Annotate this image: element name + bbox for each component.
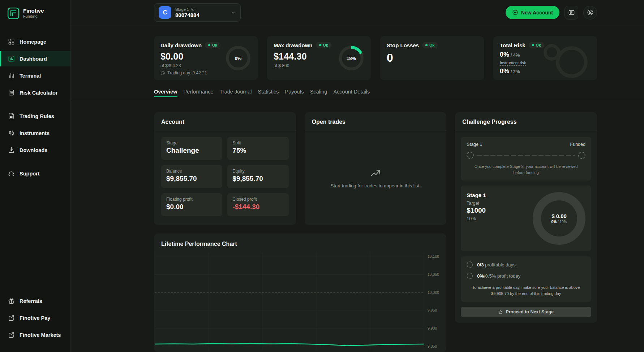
status-dot	[532, 44, 534, 46]
status-badge: Ok	[316, 42, 331, 48]
sidebar-item-finotive-markets[interactable]: Finotive Markets	[0, 327, 70, 343]
stage-target-box: Stage 1 Target $1000 10% $ 0.00 0% / 10%	[461, 186, 591, 251]
sidebar-item-support[interactable]: Support	[0, 166, 70, 181]
instrument-risk-label[interactable]: Instrument risk	[500, 61, 526, 66]
gift-icon	[8, 297, 15, 304]
floating-profit-field: Floating profit $0.00	[161, 193, 222, 216]
equity-field: Equity $9,855.70	[227, 165, 288, 188]
tab-overview[interactable]: Overview	[154, 89, 177, 100]
account-number: 80074884	[175, 12, 199, 18]
finotive-logo-icon	[7, 7, 20, 19]
new-account-button[interactable]: New Account	[506, 6, 559, 19]
sidebar-item-dashboard[interactable]: Dashboard	[0, 51, 70, 66]
stats-row: Daily drawdown Ok $0.00 of $394.23 Tradi…	[154, 36, 597, 80]
tab-payouts[interactable]: Payouts	[285, 89, 304, 100]
split-field: Split 75%	[227, 137, 288, 160]
brand-sub: Funding	[23, 14, 44, 19]
svg-text:10,100: 10,100	[428, 254, 439, 258]
total-risk-card: Total Risk Ok 0% / 4% Instrument risk 0%…	[493, 36, 597, 80]
stop-losses-value: 0	[387, 51, 477, 65]
topbar: C Stage 1 80074884 New Account	[71, 0, 644, 25]
progress-from-label: Stage 1	[467, 142, 482, 147]
user-circle-icon	[587, 9, 594, 16]
dashed-circle-icon	[467, 261, 473, 268]
sidebar-item-terminal[interactable]: Terminal	[0, 68, 70, 83]
plus-circle-icon	[512, 9, 518, 16]
billing-button[interactable]	[564, 6, 578, 19]
sidebar-item-label: Support	[20, 171, 40, 177]
external-link-icon	[8, 331, 15, 338]
sidebar-item-label: Downloads	[20, 147, 47, 153]
tab-performance[interactable]: Performance	[184, 89, 214, 100]
svg-text:10,000: 10,000	[428, 290, 439, 295]
svg-text:9,900: 9,900	[428, 326, 437, 330]
svg-text:10,050: 10,050	[428, 272, 439, 277]
tabs-bar: Overview Performance Trade Journal Stati…	[71, 80, 644, 100]
stat-title: Total Risk	[500, 42, 525, 48]
sidebar-item-risk-calculator[interactable]: Risk Calculator	[0, 85, 70, 100]
performance-line-chart: 9,8509,9009,95010,00010,05010,100	[155, 252, 446, 351]
account-selector[interactable]: C Stage 1 80074884	[154, 3, 241, 22]
status-dot	[425, 44, 428, 46]
clock-icon	[160, 71, 165, 75]
instrument-risk-value: 0% / 2%	[500, 68, 591, 75]
profit-checks-box: 0/3 profitable days 0%/0.5% profit today…	[461, 256, 591, 302]
target-progress-donut: $ 0.00 0% / 10%	[533, 192, 585, 245]
status-dot	[319, 44, 321, 46]
sidebar-item-trading-rules[interactable]: Trading Rules	[0, 108, 70, 124]
sidebar-item-instruments[interactable]: Instruments	[0, 125, 70, 141]
brand-name: Finotive	[23, 8, 44, 14]
target-label: Target	[467, 201, 486, 206]
chart-title: Lifetime Performance Chart	[154, 234, 446, 252]
max-drawdown-gauge: 18%	[339, 46, 364, 70]
trading-day-timer: Trading day: 9:42:21	[167, 70, 207, 75]
account-stage-label: Stage 1	[175, 7, 189, 12]
stat-title: Max drawdown	[274, 42, 313, 48]
lock-icon	[498, 310, 503, 314]
sidebar-item-downloads[interactable]: Downloads	[0, 142, 70, 158]
svg-text:9,850: 9,850	[428, 344, 437, 348]
sidebar: Finotive Funding Homepage Dashboard Term…	[0, 0, 71, 352]
total-risk-value: 0% / 4%	[500, 51, 591, 58]
account-card: Account Stage Challenge Split 75% Balanc…	[154, 112, 296, 225]
sidebar-item-label: Trading Rules	[20, 113, 54, 119]
dashboard-icon	[8, 55, 15, 62]
target-percent: 10%	[467, 216, 486, 221]
tab-account-details[interactable]: Account Details	[333, 89, 370, 100]
calculator-icon	[8, 89, 15, 96]
new-account-label: New Account	[521, 10, 553, 16]
status-dot	[208, 44, 210, 46]
download-icon	[8, 147, 15, 153]
lifetime-performance-card: Lifetime Performance Chart 9,8509,9009,9…	[154, 234, 446, 352]
sidebar-item-homepage[interactable]: Homepage	[0, 34, 70, 49]
sidebar-item-label: Homepage	[20, 39, 46, 45]
profile-button[interactable]	[583, 6, 597, 19]
daily-drawdown-card: Daily drawdown Ok $0.00 of $394.23 Tradi…	[154, 36, 258, 80]
sidebar-item-label: Finotive Pay	[20, 315, 50, 321]
challenge-progress-card: Challenge Progress Stage 1 Funded Once y…	[455, 112, 597, 323]
tab-trade-journal[interactable]: Trade Journal	[220, 89, 252, 100]
tab-statistics[interactable]: Statistics	[258, 89, 279, 100]
donut-value: $ 0.00	[551, 213, 567, 219]
stage-progress-box: Stage 1 Funded Once you complete Stage 2…	[461, 137, 591, 181]
tab-scaling[interactable]: Scaling	[310, 89, 327, 100]
sidebar-item-label: Instruments	[20, 130, 50, 136]
status-badge: Ok	[529, 42, 544, 48]
grid-icon	[8, 38, 15, 45]
candlestick-icon	[8, 130, 15, 136]
external-link-icon	[8, 314, 15, 321]
max-drawdown-card: Max drawdown Ok $144.30 of $ 800 18%	[267, 36, 371, 80]
sidebar-nav: Homepage Dashboard Terminal Risk Calcula…	[0, 34, 70, 352]
account-avatar: C	[159, 6, 171, 19]
donut-sub: 0% / 10%	[551, 220, 567, 224]
stage-name: Stage 1	[467, 192, 486, 198]
sidebar-item-label: Risk Calculator	[20, 90, 58, 96]
sidebar-item-finotive-pay[interactable]: Finotive Pay	[0, 310, 70, 326]
status-badge: Ok	[422, 42, 438, 48]
proceed-next-stage-button[interactable]: Proceed to Next Stage	[461, 307, 591, 317]
bar-chart-icon	[8, 72, 15, 79]
sidebar-item-referrals[interactable]: Referrals	[0, 293, 70, 309]
stat-title: Stop Losses	[387, 42, 419, 48]
sidebar-item-label: Referrals	[20, 298, 42, 304]
stage-marker-icon	[467, 152, 474, 159]
